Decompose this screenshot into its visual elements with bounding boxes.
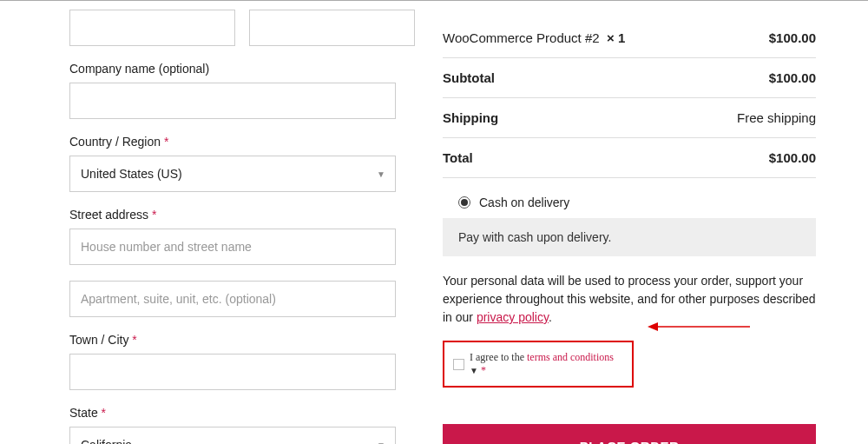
order-shipping-row: Shipping Free shipping bbox=[443, 98, 816, 138]
billing-form: Company name (optional) Country / Region… bbox=[69, 1, 417, 444]
order-subtotal-row: Subtotal $100.00 bbox=[443, 58, 816, 98]
total-value: $100.00 bbox=[769, 150, 816, 165]
street2-field[interactable] bbox=[69, 281, 396, 317]
annotation-arrow bbox=[648, 321, 752, 333]
country-label: Country / Region * bbox=[69, 135, 396, 149]
company-field[interactable] bbox=[69, 83, 396, 119]
company-label: Company name (optional) bbox=[69, 62, 396, 76]
subtotal-value: $100.00 bbox=[769, 70, 816, 85]
shipping-value: Free shipping bbox=[737, 110, 816, 125]
privacy-text: Your personal data will be used to proce… bbox=[443, 272, 816, 327]
privacy-policy-link[interactable]: privacy policy bbox=[477, 310, 549, 324]
street-label: Street address * bbox=[69, 208, 396, 222]
product-name: WooCommerce Product #2 bbox=[443, 30, 600, 45]
street-field-wrap: Street address * bbox=[69, 208, 396, 265]
order-summary: WooCommerce Product #2 × 1 $100.00 Subto… bbox=[443, 1, 816, 444]
payment-cod-label: Cash on delivery bbox=[479, 195, 569, 209]
radio-icon bbox=[458, 196, 470, 209]
terms-box: I agree to the terms and conditions ▼ * bbox=[443, 341, 634, 388]
last-name-field[interactable] bbox=[249, 10, 415, 46]
total-label: Total bbox=[443, 150, 473, 165]
name-row bbox=[69, 10, 396, 46]
state-field-wrap: State * ▼ bbox=[69, 406, 396, 444]
order-product-row: WooCommerce Product #2 × 1 $100.00 bbox=[443, 18, 816, 58]
shipping-label: Shipping bbox=[443, 110, 498, 125]
company-field-wrap: Company name (optional) bbox=[69, 62, 396, 119]
payment-cod-desc: Pay with cash upon delivery. bbox=[443, 218, 816, 256]
terms-checkbox[interactable] bbox=[453, 359, 464, 370]
city-field-wrap: Town / City * bbox=[69, 333, 396, 390]
order-total-row: Total $100.00 bbox=[443, 138, 816, 178]
terms-text: I agree to the terms and conditions ▼ * bbox=[470, 351, 623, 377]
city-field[interactable] bbox=[69, 354, 396, 390]
street1-field[interactable] bbox=[69, 229, 396, 265]
street2-field-wrap bbox=[69, 281, 396, 317]
chevron-down-icon: ▼ bbox=[470, 366, 478, 375]
terms-link[interactable]: terms and conditions bbox=[527, 351, 614, 363]
place-order-button[interactable]: PLACE ORDER bbox=[443, 424, 816, 444]
state-label: State * bbox=[69, 406, 396, 420]
first-name-field[interactable] bbox=[69, 10, 235, 46]
subtotal-label: Subtotal bbox=[443, 70, 495, 85]
payment-cod-option[interactable]: Cash on delivery bbox=[443, 187, 816, 218]
city-label: Town / City * bbox=[69, 333, 396, 347]
product-price: $100.00 bbox=[769, 30, 816, 45]
svg-marker-1 bbox=[648, 322, 658, 331]
product-qty: × 1 bbox=[607, 30, 625, 45]
country-select[interactable] bbox=[69, 156, 396, 192]
payment-block: Cash on delivery Pay with cash upon deli… bbox=[443, 187, 816, 256]
state-select[interactable] bbox=[69, 427, 396, 444]
country-field-wrap: Country / Region * ▼ bbox=[69, 135, 396, 192]
